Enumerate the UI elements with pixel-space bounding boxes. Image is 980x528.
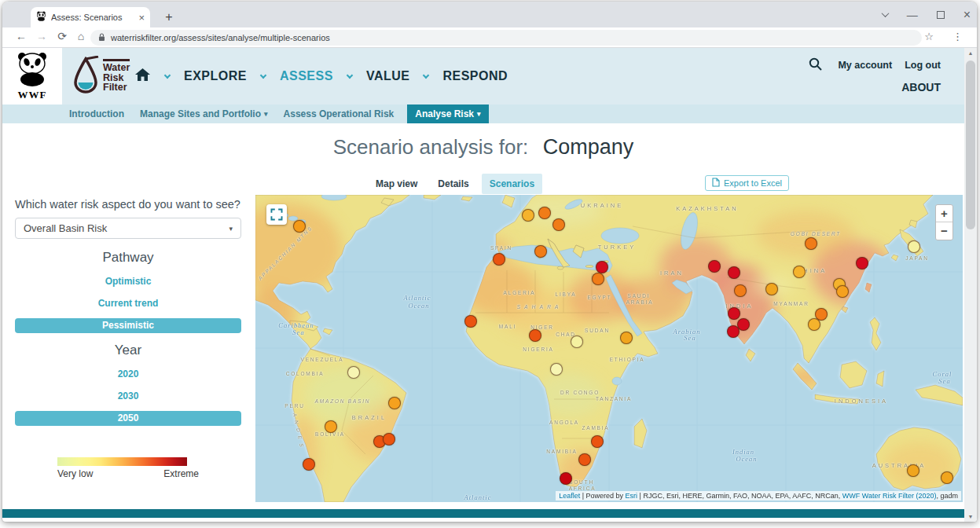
pathway-optimistic[interactable]: Optimistic <box>15 276 241 287</box>
log-out-link[interactable]: Log out <box>905 60 941 71</box>
back-button[interactable]: ← <box>13 30 29 42</box>
site-marker[interactable] <box>941 471 953 484</box>
chevron-down-icon[interactable] <box>260 72 266 78</box>
zoom-out-button[interactable]: − <box>936 222 952 240</box>
site-marker[interactable] <box>728 266 740 279</box>
export-to-excel-button[interactable]: Export to Excel <box>705 175 789 191</box>
attribution-link[interactable]: Esri <box>626 492 638 500</box>
site-marker[interactable] <box>708 260 721 273</box>
site-marker[interactable] <box>728 307 740 320</box>
map-label: Ocean <box>736 455 757 463</box>
forward-button[interactable]: → <box>34 30 50 42</box>
new-tab-button[interactable]: + <box>160 8 178 27</box>
browser-tab[interactable]: Assess: Scenarios × <box>31 7 150 28</box>
site-marker[interactable] <box>592 273 604 285</box>
bookmark-star-icon[interactable]: ☆ <box>924 31 934 42</box>
chevron-down-icon[interactable] <box>423 72 429 78</box>
map-label: NIGERIA <box>523 346 553 352</box>
site-marker[interactable] <box>805 237 817 250</box>
tab-scenarios[interactable]: Scenarios <box>482 174 542 194</box>
site-marker[interactable] <box>808 318 820 331</box>
scrollbar-thumb[interactable] <box>966 60 975 229</box>
chevron-down-icon[interactable] <box>164 72 171 78</box>
site-marker[interactable] <box>793 266 806 278</box>
tab-map-view[interactable]: Map view <box>368 174 425 194</box>
site-marker[interactable] <box>529 329 541 342</box>
chevron-down-icon[interactable] <box>347 72 353 78</box>
page-scrollbar[interactable]: ▲ ▼ <box>964 48 977 522</box>
site-marker[interactable] <box>493 253 505 266</box>
year-2020[interactable]: 2020 <box>15 368 241 380</box>
site-marker[interactable] <box>620 332 633 344</box>
site-marker[interactable] <box>836 285 849 298</box>
site-marker[interactable] <box>856 257 868 270</box>
site-marker[interactable] <box>560 472 572 485</box>
minimize-button[interactable]: — <box>907 9 918 20</box>
window-menu-icon[interactable] <box>881 9 889 17</box>
water-risk-filter-logo[interactable]: Water Risk Filter <box>72 56 130 95</box>
scroll-down-icon[interactable]: ▼ <box>964 514 977 519</box>
aspect-select[interactable]: Overall Basin Risk ▾ <box>15 218 241 239</box>
subnav-assess-operational-risk[interactable]: Assess Operational Risk <box>281 104 397 123</box>
site-marker[interactable] <box>571 336 583 348</box>
year-2030[interactable]: 2030 <box>15 390 241 402</box>
scroll-up-icon[interactable]: ▲ <box>964 50 977 56</box>
site-marker[interactable] <box>727 325 740 338</box>
map-label: TURKEY <box>598 244 636 251</box>
subnav-introduction[interactable]: Introduction <box>67 104 127 123</box>
maximize-button[interactable] <box>937 11 945 19</box>
wwf-logo[interactable]: WWF <box>2 48 62 104</box>
site-marker[interactable] <box>591 435 604 448</box>
about-link[interactable]: ABOUT <box>901 81 941 94</box>
site-marker[interactable] <box>907 464 919 477</box>
site-marker[interactable] <box>522 209 534 222</box>
nav-item-assess[interactable]: ASSESS <box>280 69 333 83</box>
nav-item-value[interactable]: VALUE <box>366 69 410 83</box>
subnav-analyse-risk[interactable]: Analyse Risk▾ <box>407 104 488 123</box>
site-marker[interactable] <box>596 261 608 273</box>
attribution-link[interactable]: WWF Water Risk Filter (2020) <box>842 492 937 500</box>
nav-item-respond[interactable]: RESPOND <box>442 69 508 83</box>
map-label: EGYPT <box>587 295 611 300</box>
site-marker[interactable] <box>383 433 395 446</box>
site-marker[interactable] <box>578 453 591 466</box>
search-icon[interactable] <box>809 57 822 73</box>
site-footer-edge <box>2 509 964 518</box>
close-button[interactable]: × <box>963 9 971 20</box>
site-marker[interactable] <box>534 245 547 258</box>
tab-close-icon[interactable]: × <box>138 12 145 24</box>
site-marker[interactable] <box>765 283 778 295</box>
site-marker[interactable] <box>325 420 337 433</box>
map-label: BRAZIL <box>352 414 387 421</box>
year-2050-selected[interactable]: 2050 <box>15 411 241 426</box>
reload-button[interactable]: ⟳ <box>54 30 70 42</box>
pathway-pessimistic-selected[interactable]: Pessimistic <box>15 318 241 333</box>
aspect-select-value: Overall Basin Risk <box>24 222 107 234</box>
site-marker[interactable] <box>464 315 477 328</box>
my-account-link[interactable]: My account <box>838 60 892 71</box>
url-text: waterriskfilter.org/assess/sites/analyse… <box>111 33 330 42</box>
subnav-manage-sites[interactable]: Manage Sites and Portfolio▾ <box>138 104 270 123</box>
aspect-question-label: Which water risk aspect do you want to s… <box>15 198 241 211</box>
site-marker[interactable] <box>303 458 315 471</box>
nav-item-explore[interactable]: EXPLORE <box>184 69 247 83</box>
tab-details[interactable]: Details <box>430 174 476 194</box>
risk-map[interactable]: AtlanticOceanCaribbeanSeaAtlanticIndianO… <box>255 195 963 502</box>
browser-home-button[interactable]: ⌂ <box>73 30 89 42</box>
site-marker[interactable] <box>734 284 747 297</box>
site-marker[interactable] <box>550 363 563 376</box>
pathway-current-trend[interactable]: Current trend <box>15 298 241 309</box>
site-marker[interactable] <box>347 366 360 379</box>
browser-menu-icon[interactable]: ⋮ <box>952 31 963 42</box>
attribution-link[interactable]: Leaflet <box>559 492 580 500</box>
fullscreen-button[interactable] <box>266 204 287 225</box>
zoom-in-button[interactable]: + <box>936 205 952 222</box>
home-icon[interactable] <box>134 68 151 85</box>
logo-line-3: Filter <box>103 82 130 93</box>
site-marker[interactable] <box>552 218 565 231</box>
site-marker[interactable] <box>908 240 920 253</box>
address-bar[interactable]: waterriskfilter.org/assess/sites/analyse… <box>90 30 922 46</box>
site-marker[interactable] <box>388 397 401 409</box>
site-marker[interactable] <box>538 207 551 219</box>
site-marker[interactable] <box>293 220 306 233</box>
